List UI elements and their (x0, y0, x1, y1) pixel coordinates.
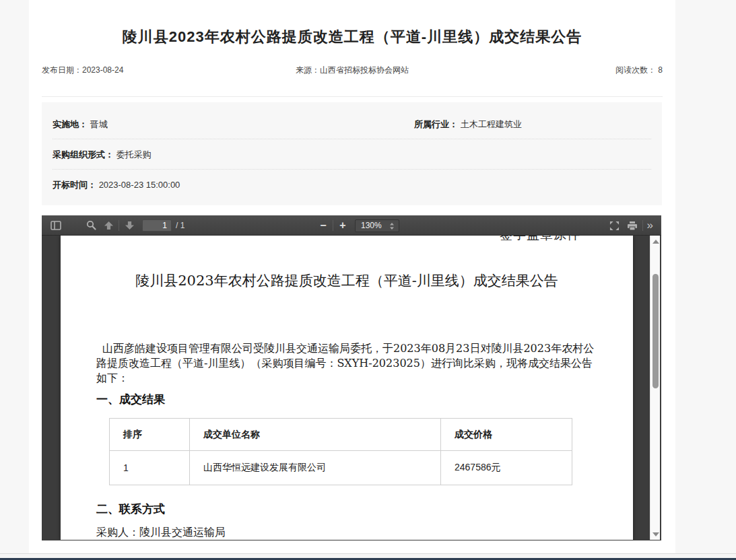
contact-line: 采购人：陵川县交通运输局 (96, 526, 226, 540)
pdf-page: 签字盖章原件 陵川县2023年农村公路提质改造工程（平道-川里线）成交结果公告 … (61, 236, 633, 540)
source-value: 山西省招标投标协会网站 (320, 65, 409, 75)
bid-opening-value: 2023-08-23 15:00:00 (99, 180, 180, 190)
read-count: 阅读次数： 8 (409, 65, 663, 76)
procurement-form-label: 采购组织形式： (53, 149, 114, 160)
location-label: 实施地： (53, 119, 88, 129)
info-row-location: 实施地： 晋城 所属行业： 土木工程建筑业 (53, 109, 651, 139)
read-count-label: 阅读次数： (615, 65, 656, 75)
sidebar-toggle-icon (51, 221, 61, 230)
section-heading-result: 一、成交结果 (96, 392, 165, 407)
info-row-procurement-form: 采购组织形式： 委托采购 (53, 139, 651, 170)
spinner-icon (388, 221, 396, 231)
table-header-row: 排序 成交单位名称 成交价格 (110, 419, 572, 451)
cell-company: 山西华恒远建设发展有限公司 (190, 451, 441, 485)
section-heading-contact: 二、联系方式 (96, 501, 165, 517)
publish-date-value: 2023-08-24 (82, 65, 123, 75)
publish-date-label: 发布日期： (42, 65, 82, 75)
more-tools-button[interactable]: » (644, 217, 656, 234)
zoom-level-value: 130% (361, 221, 382, 230)
industry-pair: 所属行业： 土木工程建筑业 (414, 109, 522, 139)
sidebar-toggle-button[interactable] (47, 217, 65, 234)
page-down-button[interactable] (121, 217, 138, 234)
scroll-down-icon[interactable] (653, 532, 659, 536)
clipped-top-text: 签字盖章原件 (500, 236, 607, 242)
procurement-form-value: 委托采购 (116, 149, 152, 160)
result-table: 排序 成交单位名称 成交价格 1 山西华恒远建设发展有限公司 2467586元 (109, 418, 572, 485)
scrollbar-thumb[interactable] (653, 274, 659, 388)
bid-opening-label: 开标时间： (53, 180, 96, 190)
document-paragraph: 山西彦皓建设项目管理有限公司受陵川县交通运输局委托，于2023年08月23日对陵… (96, 341, 598, 386)
cell-rank: 1 (110, 451, 190, 485)
header-divider (42, 96, 663, 97)
article-card: 陵川县2023年农村公路提质改造工程（平道-川里线）成交结果公告 发布日期：20… (29, 0, 675, 553)
presentation-mode-button[interactable] (606, 217, 624, 234)
page-title: 陵川县2023年农村公路提质改造工程（平道-川里线）成交结果公告 (29, 27, 675, 47)
toolbar-left-group: 1 / 1 (47, 217, 185, 234)
header-company: 成交单位名称 (190, 419, 441, 451)
toolbar-divider (642, 220, 643, 231)
cell-price: 2467586元 (441, 451, 572, 485)
industry-label: 所属行业： (414, 119, 458, 129)
publish-date: 发布日期：2023-08-24 (42, 65, 296, 76)
pdf-scrollbar[interactable] (650, 236, 660, 540)
page-number-input[interactable]: 1 (142, 219, 172, 232)
table-row: 1 山西华恒远建设发展有限公司 2467586元 (110, 451, 572, 485)
print-button[interactable] (624, 217, 641, 234)
industry-value: 土木工程建筑业 (461, 119, 522, 129)
toolbar-right-group: » (606, 215, 656, 236)
toolbar-divider (119, 220, 119, 231)
pdf-viewer: 1 / 1 − + 130% (42, 215, 661, 540)
zoom-level-select[interactable]: 130% (355, 219, 399, 232)
zoom-out-button[interactable]: − (315, 216, 331, 235)
pdf-toolbar: 1 / 1 − + 130% (42, 215, 661, 236)
location-value: 晋城 (90, 119, 108, 129)
presentation-mode-icon (609, 221, 620, 231)
toolbar-zoom-group: − + 130% (315, 215, 399, 236)
page-up-icon (104, 221, 114, 230)
search-icon (86, 220, 96, 230)
source-label: 来源： (296, 65, 320, 75)
header-rank: 排序 (110, 419, 190, 451)
read-count-value: 8 (658, 65, 663, 75)
project-info-box: 实施地： 晋城 所属行业： 土木工程建筑业 采购组织形式： 委托采购 开标时间：… (42, 102, 662, 205)
toolbar-divider (333, 220, 333, 231)
pdf-viewer-body: 签字盖章原件 陵川县2023年农村公路提质改造工程（平道-川里线）成交结果公告 … (42, 236, 661, 540)
document-title: 陵川县2023年农村公路提质改造工程（平道-川里线）成交结果公告 (94, 271, 599, 291)
source: 来源：山西省招标投标协会网站 (296, 65, 409, 76)
page-up-button[interactable] (100, 217, 117, 234)
page-count-label: / 1 (176, 221, 185, 230)
header-price: 成交价格 (441, 419, 572, 451)
footer-strip (0, 553, 736, 558)
article-meta: 发布日期：2023-08-24 来源：山西省招标投标协会网站 阅读次数： 8 (42, 65, 663, 76)
info-row-bid-opening: 开标时间： 2023-08-23 15:00:00 (53, 170, 651, 200)
scroll-up-icon[interactable] (653, 240, 659, 244)
page-down-icon (125, 221, 135, 230)
print-icon (627, 221, 638, 231)
zoom-in-button[interactable]: + (335, 216, 351, 235)
find-button[interactable] (82, 217, 100, 234)
